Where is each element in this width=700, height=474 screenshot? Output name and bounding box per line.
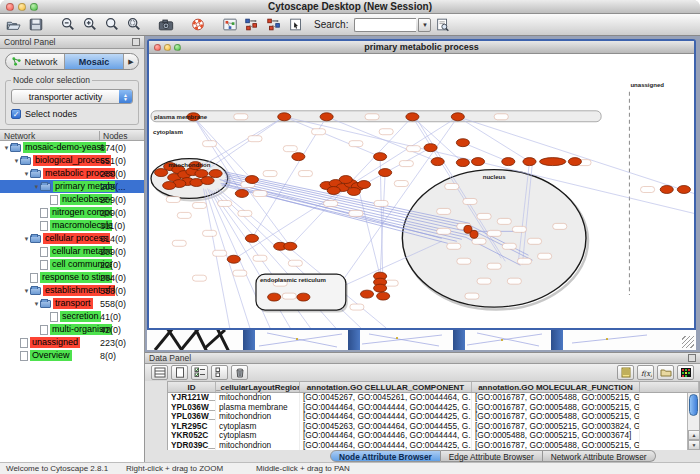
tree-row[interactable]: secretion41(0) xyxy=(0,310,144,323)
table-cell[interactable]: [GO:0044464, GO:0044444, GO:0044425, G..… xyxy=(300,441,472,451)
layout-paste-button[interactable] xyxy=(264,16,284,34)
network-node[interactable] xyxy=(339,176,352,184)
tree-row[interactable]: nitrogen compo209(0) xyxy=(0,206,144,219)
table-cell[interactable]: cytoplasm xyxy=(216,422,300,432)
tree-row[interactable]: ▼biological_process651(0) xyxy=(0,154,144,167)
network-node[interactable] xyxy=(523,158,536,166)
table-cell[interactable]: [GO:0045267, GO:0045261, GO:0044464, G..… xyxy=(300,393,472,403)
net-close-button[interactable] xyxy=(154,44,161,51)
expand-arrow-icon[interactable]: ▼ xyxy=(23,288,30,294)
column-header[interactable]: ID xyxy=(168,382,216,392)
network-canvas[interactable]: plasma membranecytoplasmmitochondrionnuc… xyxy=(149,54,694,328)
tab-network[interactable]: Network xyxy=(6,54,65,69)
table-cell[interactable]: [GO:0016787, GO:0005488, GO:0005215, G..… xyxy=(472,441,640,451)
background-window-edge[interactable] xyxy=(551,330,563,350)
import-folder-button[interactable] xyxy=(657,365,674,380)
network-node[interactable] xyxy=(360,290,373,298)
select-attributes-button[interactable] xyxy=(191,365,208,380)
network-node[interactable] xyxy=(471,158,484,166)
tree-row[interactable]: response to stimulu264(0) xyxy=(0,271,144,284)
table-cell[interactable]: mitochondrion xyxy=(216,412,300,422)
tree-row[interactable]: ▼mosaic-demo-yeast874(0) xyxy=(0,141,144,154)
tree-header-network[interactable]: Network xyxy=(4,131,35,141)
network-node[interactable] xyxy=(201,177,214,185)
network-node[interactable] xyxy=(379,169,392,177)
scrollbar-thumb[interactable] xyxy=(689,394,698,416)
table-cell[interactable]: [GO:0044464, GO:0044446, GO:0044444, G..… xyxy=(300,431,472,441)
table-row[interactable]: YPL036W__1mitochondrion[GO:0044464, GO:0… xyxy=(168,412,699,422)
zoom-selected-button[interactable] xyxy=(124,16,144,34)
scroll-down-button[interactable]: ▼ xyxy=(688,440,700,450)
new-attribute-button[interactable] xyxy=(171,365,188,380)
tab-node-attribute-browser[interactable]: Node Attribute Browser xyxy=(330,450,441,462)
table-row[interactable]: YPL036W__2plasma membrane[GO:0044464, GO… xyxy=(168,403,699,413)
minimize-button[interactable] xyxy=(18,3,26,11)
network-node[interactable] xyxy=(245,176,258,184)
network-node[interactable] xyxy=(451,113,464,121)
zoom-fit-button[interactable] xyxy=(102,16,122,34)
annotation-button[interactable] xyxy=(286,16,306,34)
float-panel-icon[interactable] xyxy=(132,38,140,46)
table-cell[interactable]: [GO:0044464, GO:0044444, GO:0044425, G..… xyxy=(300,403,472,413)
network-node[interactable] xyxy=(377,292,390,300)
unselect-attributes-button[interactable] xyxy=(211,365,228,380)
expand-arrow-icon[interactable]: ▼ xyxy=(33,184,40,190)
expand-arrow-icon[interactable]: ▼ xyxy=(3,145,10,151)
table-cell[interactable]: [GO:0016787, GO:0005488, GO:0005215, G..… xyxy=(472,403,640,413)
grid-button[interactable] xyxy=(151,365,168,380)
expand-arrow-icon[interactable]: ▼ xyxy=(23,171,30,177)
network-node[interactable] xyxy=(660,186,673,194)
network-node[interactable] xyxy=(540,158,566,166)
network-node[interactable] xyxy=(268,293,281,301)
tree-row[interactable]: ▼primary metabo209(... xyxy=(0,180,144,193)
network-node[interactable] xyxy=(677,186,690,194)
network-node[interactable] xyxy=(347,188,360,196)
background-window-edge[interactable] xyxy=(453,330,465,350)
node-color-combobox[interactable]: transporter activity ▲▼ xyxy=(11,89,133,104)
tree-row[interactable]: ▼transport558(0) xyxy=(0,297,144,310)
tree-row[interactable]: ▼establishment of lo558(0) xyxy=(0,284,144,297)
network-view-window[interactable]: primary metabolic process plasma membran… xyxy=(147,39,696,330)
save-button[interactable] xyxy=(26,16,46,34)
network-node[interactable] xyxy=(327,187,340,195)
network-node[interactable] xyxy=(406,113,419,121)
tree-row[interactable]: unassigned223(0) xyxy=(0,336,144,349)
tab-mosaic[interactable]: Mosaic xyxy=(65,54,124,69)
zoom-in-button[interactable] xyxy=(80,16,100,34)
table-cell[interactable]: [GO:0016787, GO:0005215, GO:0003824, G..… xyxy=(472,422,640,432)
zoom-button[interactable] xyxy=(30,3,38,11)
tree-row[interactable]: ▼metabolic process280(0) xyxy=(0,167,144,180)
table-cell[interactable]: plasma membrane xyxy=(216,403,300,413)
network-node[interactable] xyxy=(245,234,258,242)
net-minimize-button[interactable] xyxy=(164,44,171,51)
select-nodes-checkbox[interactable]: ✓ xyxy=(11,109,21,119)
matrix-button[interactable] xyxy=(677,365,694,380)
network-node[interactable] xyxy=(284,242,297,250)
tree-row[interactable]: macromolecule311(0) xyxy=(0,219,144,232)
network-node[interactable] xyxy=(374,284,387,292)
network-node[interactable] xyxy=(431,158,444,166)
expand-arrow-icon[interactable]: ▼ xyxy=(13,158,20,164)
attribute-pad-button[interactable] xyxy=(617,365,634,380)
tree-row[interactable]: ▼cellular process614(0) xyxy=(0,232,144,245)
tab-edge-attribute-browser[interactable]: Edge Attribute Browser xyxy=(441,450,543,462)
tree-row[interactable]: multi-organism pro42(0) xyxy=(0,323,144,336)
table-cell[interactable]: YPL036W__2 xyxy=(168,403,216,413)
network-node[interactable] xyxy=(424,144,437,152)
table-cell[interactable]: YKR052C xyxy=(168,431,216,441)
search-input[interactable] xyxy=(354,18,416,32)
network-node[interactable] xyxy=(227,255,240,263)
open-button[interactable] xyxy=(4,16,24,34)
network-node[interactable] xyxy=(297,293,310,301)
table-row[interactable]: YJR121W__1mitochondrion[GO:0045267, GO:0… xyxy=(168,393,699,403)
delete-attribute-button[interactable] xyxy=(231,365,248,380)
tree-row[interactable]: nucleobase-209(0) xyxy=(0,193,144,206)
column-header[interactable]: annotation.GO MOLECULAR_FUNCTION xyxy=(472,382,640,392)
tree-row[interactable]: Overview8(0) xyxy=(0,349,144,362)
network-node[interactable] xyxy=(456,139,469,147)
close-button[interactable] xyxy=(6,3,14,11)
network-node[interactable] xyxy=(456,159,469,167)
table-vertical-scrollbar[interactable]: ▲ ▼ xyxy=(687,393,699,450)
tab-overflow-arrow[interactable]: ▶ xyxy=(124,54,138,69)
column-header[interactable]: _cellularLayoutRegion xyxy=(216,382,300,392)
